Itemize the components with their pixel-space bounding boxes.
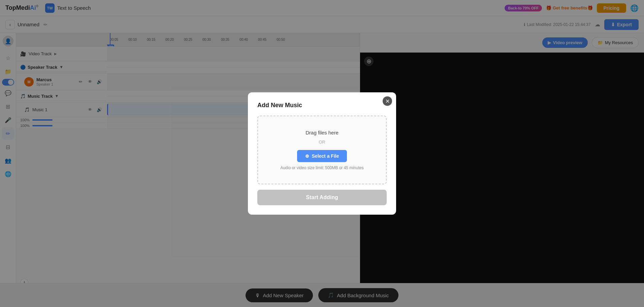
file-drop-zone[interactable]: Drag files here OR ⊕ Select a File Audio… (257, 116, 387, 184)
add-music-modal: Add New Music ✕ Drag files here OR ⊕ Sel… (248, 92, 396, 215)
drag-files-text: Drag files here (265, 130, 379, 135)
modal-close-button[interactable]: ✕ (383, 96, 392, 106)
start-adding-button[interactable]: Start Adding (257, 190, 387, 205)
select-file-label: Select a File (312, 153, 339, 159)
or-text: OR (265, 140, 379, 145)
select-file-button[interactable]: ⊕ Select a File (297, 150, 347, 162)
file-limit-text: Audio or video size limit: 500MB or 45 m… (265, 165, 379, 170)
modal-overlay: Add New Music ✕ Drag files here OR ⊕ Sel… (0, 0, 644, 307)
modal-title: Add New Music (257, 102, 387, 109)
plus-circle-icon: ⊕ (305, 153, 309, 159)
